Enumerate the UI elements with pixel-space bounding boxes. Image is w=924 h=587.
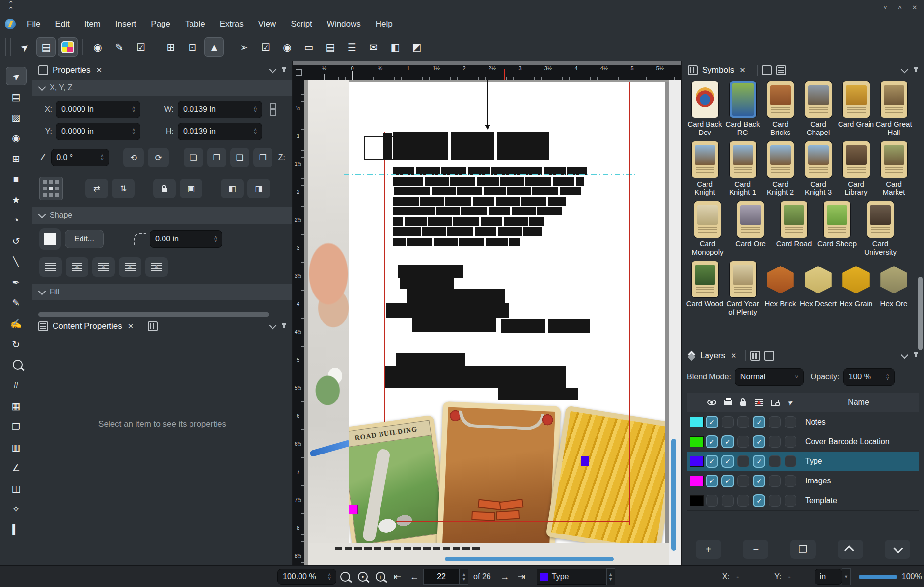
barcode-tool[interactable]: ▍ — [6, 520, 27, 539]
text-annotation-button[interactable]: ✉ — [364, 37, 383, 57]
symbol-item[interactable]: Card Back RC — [724, 81, 761, 136]
layer-print-checkbox[interactable] — [722, 456, 733, 467]
symbol-item[interactable]: Card Road — [772, 201, 815, 256]
symbol-item[interactable]: Card Ore — [729, 201, 772, 256]
layer-outline-checkbox[interactable] — [769, 495, 780, 506]
menu-item[interactable]: Table — [178, 15, 213, 33]
raise-button[interactable]: ❐ — [207, 148, 226, 167]
insert-text-frame-button[interactable]: ▤ — [36, 37, 56, 57]
symbol-item[interactable]: Card University — [859, 201, 902, 256]
zoom-in-icon[interactable]: + — [376, 572, 385, 582]
symbol-item[interactable]: Hex Ore — [875, 261, 913, 316]
rotate-ccw-button[interactable]: ⟲ — [123, 148, 144, 167]
layer-color-swatch[interactable] — [690, 417, 703, 427]
opacity-input[interactable]: 100 %˄˅ — [843, 368, 895, 386]
first-page-icon[interactable]: ⇤ — [394, 571, 401, 582]
section-shape[interactable]: Shape — [32, 207, 292, 224]
symbols-pin-icon[interactable] — [913, 67, 918, 74]
symbol-item[interactable]: Hex Brick — [761, 261, 799, 316]
symbol-item[interactable]: Card Knight 3 — [799, 141, 837, 196]
preflight-verifier-button[interactable]: ☑ — [131, 37, 151, 57]
symbol-item[interactable]: Hex Desert — [799, 261, 837, 316]
content-properties-tab-icon[interactable] — [148, 321, 158, 331]
layer-outline-checkbox[interactable] — [769, 476, 780, 486]
layer-print-checkbox[interactable] — [722, 436, 733, 447]
ruler-origin-corner[interactable] — [293, 65, 305, 80]
symbol-item[interactable]: Card Grain — [837, 81, 875, 136]
page-number-input[interactable]: 22 — [423, 569, 460, 585]
edit-contents-tool[interactable]: # — [6, 376, 27, 395]
next-page-icon[interactable]: → — [500, 572, 509, 582]
unit-spinner[interactable]: ▼ — [842, 568, 851, 585]
y-position-input[interactable]: 0.0000 in˄˅ — [56, 123, 140, 140]
layer-color-swatch[interactable] — [690, 476, 703, 486]
toolbar-drag-handle[interactable] — [5, 38, 11, 56]
layer-visible-checkbox[interactable] — [707, 476, 717, 486]
menu-item[interactable]: File — [20, 15, 48, 33]
layer-text-flow-checkbox[interactable] — [754, 476, 764, 486]
symbol-item[interactable]: Card Knight 2 — [761, 141, 799, 196]
catan-card-brick[interactable] — [437, 401, 561, 554]
select-item-button[interactable]: ➤ — [11, 33, 38, 61]
layer-row[interactable]: Template — [687, 491, 919, 510]
measurements-tool[interactable]: ∠ — [6, 458, 27, 477]
copy-properties-tool[interactable]: ❐ — [6, 417, 27, 436]
menu-item[interactable]: Windows — [320, 15, 368, 33]
layer-select-checkbox[interactable] — [785, 495, 796, 506]
symbols-scrollbar[interactable] — [918, 277, 923, 350]
symbols-page-icon[interactable] — [762, 65, 772, 75]
layer-visible-checkbox[interactable] — [707, 456, 717, 467]
basepoint-selector[interactable] — [39, 177, 63, 200]
page-arrangement-tool[interactable]: ▥ — [6, 438, 27, 456]
catan-card-grain[interactable] — [545, 405, 665, 554]
insert-calligraphic-tool[interactable]: ✍ — [6, 314, 27, 333]
layer-color-swatch[interactable] — [690, 496, 703, 506]
symbol-item[interactable]: Card Sheep — [815, 201, 859, 256]
previous-page-icon[interactable]: ← — [410, 572, 419, 582]
layer-print-checkbox[interactable] — [722, 476, 733, 486]
menu-item[interactable]: Extras — [213, 15, 251, 33]
symbol-item[interactable]: Card Knight — [686, 141, 724, 196]
layers-page-icon[interactable] — [764, 351, 774, 361]
eyedropper-tool[interactable]: ✧ — [6, 500, 27, 518]
images-layer-handle[interactable] — [349, 505, 358, 514]
insert-image-frame-button[interactable] — [58, 37, 78, 57]
height-input[interactable]: 0.0139 in˄˅ — [178, 123, 262, 140]
layer-text-flow-checkbox[interactable] — [754, 417, 764, 427]
insert-arc-tool[interactable]: ◔ — [6, 211, 27, 230]
layers-close-icon[interactable]: ✕ — [731, 351, 737, 360]
symbol-item[interactable]: Card Knight 1 — [724, 141, 761, 196]
zoom-tool[interactable] — [6, 355, 27, 374]
symbol-item[interactable]: Card Monopoly — [686, 201, 729, 256]
canvas-horizontal-scrollbar[interactable] — [445, 557, 614, 561]
pdf-combo-box-button[interactable]: ▤ — [321, 37, 340, 57]
collapse-toolbar-chevrons-icon[interactable]: ⌃⌃ — [4, 1, 17, 13]
window-maximize-button[interactable]: ˄ — [895, 2, 905, 13]
layer-outline-checkbox[interactable] — [769, 417, 780, 427]
lock-object-button[interactable] — [153, 179, 176, 198]
insert-bezier-tool[interactable]: ✒ — [6, 273, 27, 292]
add-layer-button[interactable]: + — [696, 540, 721, 559]
layers-pin-icon[interactable] — [913, 352, 918, 359]
layer-row[interactable]: Cover Barcode Location — [687, 432, 919, 452]
text-flow-frame-button[interactable] — [66, 257, 88, 277]
rotate-cw-button[interactable]: ⟳ — [148, 148, 169, 167]
symbols-view-icon[interactable] — [776, 65, 786, 75]
flip-horizontal-button[interactable]: ⇄ — [85, 179, 108, 198]
unit-select[interactable]: in — [815, 569, 842, 585]
last-page-icon[interactable]: ⇥ — [518, 571, 525, 582]
text-flow-disabled-button[interactable] — [39, 257, 62, 277]
insert-line-tool[interactable]: ╲ — [6, 252, 27, 271]
layer-lock-checkbox[interactable] — [738, 456, 749, 467]
link-wh-icon[interactable] — [268, 102, 277, 117]
layer-print-checkbox[interactable] — [722, 417, 733, 427]
pdf-radio-button[interactable]: ◉ — [277, 37, 297, 57]
layer-visible-checkbox[interactable] — [707, 436, 717, 447]
rotation-input[interactable]: 0.0 °˄˅ — [51, 149, 109, 166]
pdf-check-box-button[interactable]: ☑ — [256, 37, 275, 57]
properties-close-icon[interactable]: ✕ — [96, 66, 102, 75]
layer-row[interactable]: Images — [687, 471, 919, 491]
properties-scrollbar[interactable] — [38, 312, 269, 317]
layer-lock-checkbox[interactable] — [738, 495, 749, 506]
section-xyz[interactable]: X, Y, Z — [32, 80, 292, 96]
